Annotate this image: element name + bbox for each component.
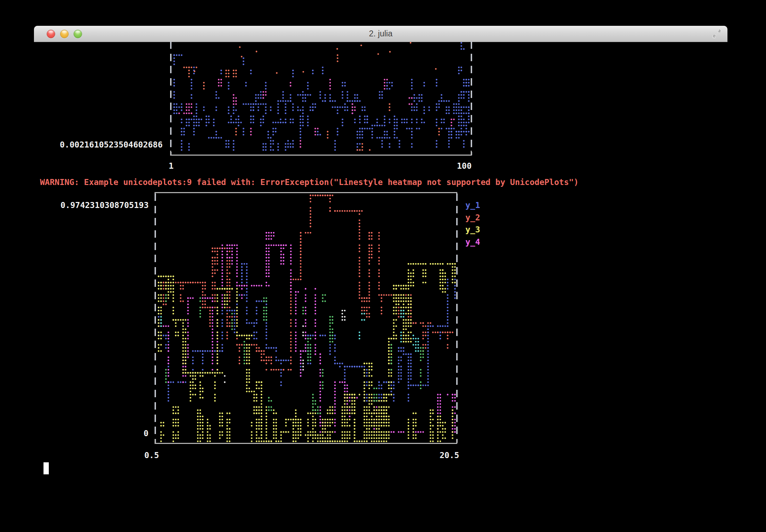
plot1-corner-left: [170, 151, 171, 155]
plot2-xtick-min: 0.5: [144, 449, 159, 461]
plot1-xtick-max: 100: [457, 160, 472, 172]
plot2-corner-bottomleft: [155, 439, 156, 443]
legend-item-y3: y_3: [465, 224, 480, 236]
legend-item-y1: y_1: [465, 199, 480, 211]
plot2-right-border: [456, 193, 458, 443]
plot1-ylabel: 0.0021610523504602686: [60, 139, 163, 151]
plot2-canvas: [157, 194, 456, 443]
plot2-ylabel-min: 0: [144, 427, 149, 439]
plot2-xtick-max: 20.5: [440, 449, 459, 461]
plot1-bottom-border: [170, 155, 472, 156]
plot1-right-border: [471, 41, 472, 155]
screen: 2. julia 0.0021610523504602686 1 100 WAR…: [0, 0, 766, 532]
plot2-ylabel-max: 0.9742310308705193: [60, 199, 149, 211]
plot2-top-border: [155, 192, 457, 193]
legend-item-y4: y_4: [465, 236, 480, 248]
plot2-corner-bottomright: [456, 439, 457, 443]
plot1-left-border: [170, 41, 172, 155]
fullscreen-icon[interactable]: [710, 28, 723, 40]
plot2-left-border: [155, 193, 156, 443]
terminal-cursor[interactable]: [43, 462, 49, 474]
plot1-xtick-min: 1: [169, 160, 174, 172]
plot1-corner-right: [471, 151, 472, 155]
warning-message: WARNING: Example unicodeplots:9 failed w…: [40, 176, 579, 188]
plot1-canvas: [173, 41, 470, 155]
plot2-bottom-border: [155, 443, 457, 444]
title-bar[interactable]: 2. julia: [34, 26, 727, 42]
window-title: 2. julia: [34, 26, 727, 42]
legend-item-y2: y_2: [465, 212, 480, 224]
